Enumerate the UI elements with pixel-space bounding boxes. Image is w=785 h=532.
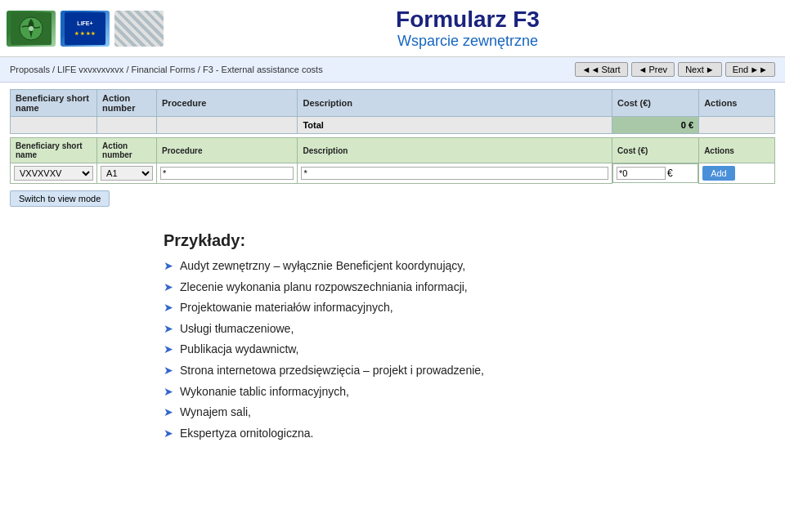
example-text: Publikacja wydawnictw, xyxy=(180,342,299,358)
examples-section: Przykłady: ➤ Audyt zewnętrzny – wyłączni… xyxy=(0,223,785,459)
col-header-procedure: Procedure xyxy=(157,90,298,117)
logo-dots xyxy=(114,11,164,47)
example-text: Projektowanie materiałów informacyjnych, xyxy=(180,300,393,316)
examples-title: Przykłady: xyxy=(164,231,772,250)
arrow-icon: ➤ xyxy=(164,405,173,418)
next-button[interactable]: Next ► xyxy=(678,62,722,77)
total-cost-cell: 0 € xyxy=(612,117,699,134)
description-input[interactable] xyxy=(301,167,608,180)
procedure-input[interactable] xyxy=(160,167,294,180)
prev-button[interactable]: ◄ Prev xyxy=(631,62,675,77)
arrow-icon: ➤ xyxy=(164,427,173,440)
examples-list: ➤ Audyt zewnętrzny – wyłącznie Beneficje… xyxy=(164,258,772,441)
total-row: Total 0 € xyxy=(11,117,775,134)
list-item: ➤ Usługi tłumaczeniowe, xyxy=(164,321,772,338)
input-col-header-cost: Cost (€) xyxy=(612,138,699,163)
list-item: ➤ Strona internetowa przedsięwzięcia – p… xyxy=(164,363,772,379)
start-button[interactable]: ◄◄ Start xyxy=(575,62,628,77)
col-header-cost: Cost (€) xyxy=(612,90,699,117)
svg-point-2 xyxy=(29,26,34,31)
page-header: LIFE+ ★ ★ ★ ★ Formularz F3 Wsparcie zewn… xyxy=(0,0,785,57)
page-subtitle: Wsparcie zewnętrzne xyxy=(164,33,772,50)
prev-arrow-icon: ◄ xyxy=(639,65,648,74)
input-col-header-action: Action number xyxy=(97,138,157,163)
breadcrumb: Proposals / LIFE vxvxvxvxvx / Financial … xyxy=(10,65,323,74)
list-item: ➤ Ekspertyza ornitologiczna. xyxy=(164,426,772,442)
arrow-icon: ➤ xyxy=(164,259,173,272)
svg-text:★ ★ ★ ★: ★ ★ ★ ★ xyxy=(74,31,96,36)
arrow-icon: ➤ xyxy=(164,301,173,314)
logo-life xyxy=(7,11,56,47)
arrow-icon: ➤ xyxy=(164,322,173,335)
input-data-table: Beneficiary short name Action number Pro… xyxy=(10,137,775,184)
col-header-beneficiary: Beneficiary short name xyxy=(11,90,97,117)
example-text: Zlecenie wykonania planu rozpowszechnian… xyxy=(180,279,468,296)
currency-symbol: € xyxy=(667,168,673,179)
example-text: Audyt zewnętrzny – wyłącznie Beneficjent… xyxy=(180,258,465,275)
example-text: Ekspertyza ornitologiczna. xyxy=(180,426,313,442)
end-button[interactable]: End ►► xyxy=(725,62,775,77)
list-item: ➤ Publikacja wydawnictw, xyxy=(164,342,772,358)
example-text: Wykonanie tablic informacyjnych, xyxy=(180,384,349,400)
main-data-table: Beneficiary short name Action number Pro… xyxy=(10,89,775,134)
header-title-block: Formularz F3 Wsparcie zewnętrzne xyxy=(164,7,772,50)
svg-text:LIFE+: LIFE+ xyxy=(77,20,92,26)
arrow-icon: ➤ xyxy=(164,364,173,377)
col-header-action: Action number xyxy=(97,90,157,117)
beneficiary-select[interactable]: VXVXVXV xyxy=(14,166,93,181)
example-text: Strona internetowa przedsięwzięcia – pro… xyxy=(180,363,484,379)
example-text: Wynajem sali, xyxy=(180,405,251,421)
input-col-header-actions: Actions xyxy=(699,138,775,163)
input-col-header-procedure: Procedure xyxy=(157,138,298,163)
list-item: ➤ Wynajem sali, xyxy=(164,405,772,421)
input-row: VXVXVXV A1 € xyxy=(11,163,775,184)
table-section: Beneficiary short name Action number Pro… xyxy=(0,83,785,223)
page-title: Formularz F3 xyxy=(164,7,772,33)
col-header-actions: Actions xyxy=(699,90,775,117)
switch-view-mode-button[interactable]: Switch to view mode xyxy=(10,190,110,207)
end-arrow-icon: ►► xyxy=(750,65,768,74)
action-select[interactable]: A1 xyxy=(101,166,153,181)
add-button[interactable]: Add xyxy=(702,166,735,181)
col-header-description: Description xyxy=(298,90,612,117)
arrow-icon: ➤ xyxy=(164,342,173,355)
next-arrow-icon: ► xyxy=(706,65,715,74)
example-text: Usługi tłumaczeniowe, xyxy=(180,321,294,338)
list-item: ➤ Zlecenie wykonania planu rozpowszechni… xyxy=(164,279,772,296)
arrow-icon: ➤ xyxy=(164,385,173,398)
list-item: ➤ Audyt zewnętrzny – wyłącznie Beneficje… xyxy=(164,258,772,275)
arrow-icon: ➤ xyxy=(164,280,173,293)
svg-rect-3 xyxy=(65,12,105,45)
logos-container: LIFE+ ★ ★ ★ ★ xyxy=(7,11,164,47)
input-col-header-description: Description xyxy=(298,138,612,163)
logo-eu: LIFE+ ★ ★ ★ ★ xyxy=(61,11,110,47)
cost-input[interactable] xyxy=(617,167,666,180)
list-item: ➤ Projektowanie materiałów informacyjnyc… xyxy=(164,300,772,316)
start-arrow-icon: ◄◄ xyxy=(582,65,600,74)
breadcrumb-bar: Proposals / LIFE vxvxvxvxvx / Financial … xyxy=(0,57,785,83)
list-item: ➤ Wykonanie tablic informacyjnych, xyxy=(164,384,772,400)
input-col-header-beneficiary: Beneficiary short name xyxy=(11,138,97,163)
nav-buttons: ◄◄ Start ◄ Prev Next ► End ►► xyxy=(575,62,775,77)
